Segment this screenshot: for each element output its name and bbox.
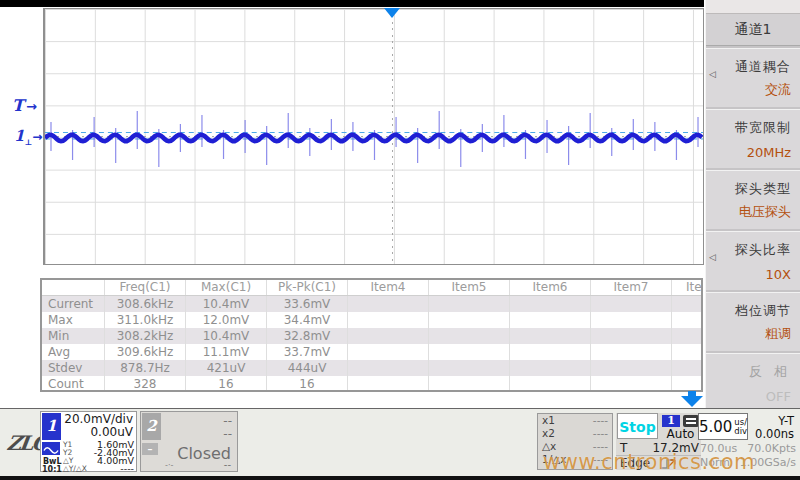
measurement-value-cell: 308.2kHz bbox=[105, 328, 186, 344]
trigger-level-marker[interactable]: T→ bbox=[12, 96, 37, 115]
measurement-row-min: Min308.2kHz10.4mV32.8mV bbox=[42, 328, 701, 344]
measurement-value-cell bbox=[510, 344, 591, 360]
probe-ratio-indicator: 10:1 bbox=[42, 465, 62, 474]
sidebar-item-value: 粗调 bbox=[765, 325, 791, 343]
measurement-row-label: Count bbox=[42, 376, 105, 392]
sidebar-item-coupling[interactable]: ◁ 通道耦合 交流 bbox=[706, 48, 800, 107]
cursor-label: △Y/△X bbox=[63, 465, 87, 473]
cursor-label: x2 bbox=[542, 427, 555, 440]
trigger-coupling-icon bbox=[683, 415, 699, 427]
measurement-value-cell: 878.7Hz bbox=[105, 360, 186, 376]
measurement-column-header: Pk-Pk(C1) bbox=[267, 280, 348, 295]
measurement-value-cell bbox=[429, 296, 510, 312]
measurement-value-cell bbox=[348, 312, 429, 328]
channel2-misc-left: -·- bbox=[165, 461, 173, 470]
channel2-scale: -- bbox=[223, 414, 232, 428]
ground-symbol-icon: ⊥ bbox=[24, 137, 32, 147]
waveform-ripple bbox=[45, 135, 702, 141]
sidebar-item-label: 探头类型 bbox=[735, 180, 791, 198]
measurement-value-cell bbox=[348, 344, 429, 360]
measurement-column-header: Item7 bbox=[591, 280, 672, 295]
measurement-value-cell bbox=[591, 328, 672, 344]
channel1-arrow-icon: → bbox=[32, 130, 42, 144]
measurement-value-cell: 311.0kHz bbox=[105, 312, 186, 328]
trigger-source-badge: 1 bbox=[662, 415, 680, 427]
measurement-row-max: Max311.0kHz12.0mV34.4mV bbox=[42, 312, 701, 328]
channel2-offset: -- bbox=[223, 427, 232, 441]
measurement-value-cell bbox=[591, 376, 672, 392]
measurement-value-cell: 10.4mV bbox=[186, 328, 267, 344]
measurement-value-cell bbox=[672, 328, 703, 344]
run-state-indicator[interactable]: Stop bbox=[617, 413, 658, 439]
measurement-column-header: Item5 bbox=[429, 280, 510, 295]
trigger-level-label: T bbox=[12, 96, 24, 115]
sidebar-item-invert: 反 相 OFF bbox=[706, 353, 800, 412]
measurement-value-cell bbox=[591, 296, 672, 312]
measurement-table: Freq(C1)Max(C1)Pk-Pk(C1)Item4Item5Item6I… bbox=[40, 278, 703, 392]
measurement-value-cell: 16 bbox=[267, 376, 348, 392]
measurement-value-cell bbox=[429, 344, 510, 360]
measurement-column-header: Freq(C1) bbox=[105, 280, 186, 295]
sidebar-item-label: 探头比率 bbox=[735, 241, 791, 259]
measurement-value-cell bbox=[672, 376, 703, 392]
waveform-display bbox=[43, 8, 704, 265]
cursor-row: △Y/△X---- bbox=[63, 465, 134, 473]
measurement-column-header: Item4 bbox=[348, 280, 429, 295]
channel1-status-box[interactable]: 1 20.0mV/div 0.00uV BwL 10:1 Y11.60mV Y2… bbox=[40, 411, 137, 472]
channel2-coupling-icon: – bbox=[142, 443, 158, 455]
sidebar-channel-menu: 通道1 ◁ 通道耦合 交流 带宽限制 20MHz 探头类型 电压探头 ◁ 探头比… bbox=[705, 0, 800, 408]
measurement-value-cell: 308.6kHz bbox=[105, 296, 186, 312]
measurement-value-cell: 12.0mV bbox=[186, 312, 267, 328]
measurement-value-cell bbox=[429, 376, 510, 392]
sidebar-item-bandwidth-limit[interactable]: 带宽限制 20MHz bbox=[706, 109, 800, 168]
trigger-position-marker-icon[interactable] bbox=[384, 8, 400, 18]
measurement-value-cell: 34.4mV bbox=[267, 312, 348, 328]
measurement-value-cell bbox=[591, 344, 672, 360]
trigger-arrow-icon: → bbox=[26, 99, 37, 114]
chevron-left-icon: ◁ bbox=[709, 69, 716, 79]
sidebar-item-value: 交流 bbox=[765, 81, 791, 99]
menu-down-arrow-button[interactable] bbox=[681, 391, 703, 407]
cursor-label: x1 bbox=[542, 414, 555, 427]
measurement-value-cell bbox=[591, 312, 672, 328]
cursor-row: x1---- bbox=[538, 414, 612, 427]
measurement-value-cell bbox=[510, 376, 591, 392]
channel1-ground-marker[interactable]: 1⊥→ bbox=[14, 127, 42, 147]
measurement-value-cell bbox=[348, 328, 429, 344]
display-mode: Y-T bbox=[778, 414, 794, 428]
measurement-row-label: Min bbox=[42, 328, 105, 344]
cursor-row: x2---- bbox=[538, 427, 612, 440]
channel1-badge: 1 bbox=[42, 413, 61, 440]
measurement-column-header: Item8 bbox=[672, 280, 703, 295]
measurement-value-cell bbox=[429, 312, 510, 328]
measurement-value-cell bbox=[510, 296, 591, 312]
measurement-row-label: Current bbox=[42, 296, 105, 312]
trigger-mode: Auto bbox=[661, 427, 700, 441]
channel2-status-box[interactable]: 2 -- -- – Closed -·- -- bbox=[140, 411, 238, 472]
cursor-value: ---- bbox=[120, 465, 134, 473]
cursor-value: ---- bbox=[593, 414, 608, 427]
timebase-unit-bottom: div bbox=[734, 426, 747, 436]
measurement-row-label: Stdev bbox=[42, 360, 105, 376]
sidebar-item-label: 反 相 bbox=[749, 363, 791, 381]
measurement-value-cell bbox=[672, 360, 703, 376]
channel2-badge: 2 bbox=[142, 413, 161, 440]
oscilloscope-screen: T→ 1⊥→ Freq(C1)Max(C1)Pk-Pk(C1)Item4Item… bbox=[0, 0, 800, 480]
sidebar-item-probe-ratio[interactable]: ◁ 探头比率 10X bbox=[706, 231, 800, 290]
measurement-corner-cell bbox=[42, 280, 105, 295]
measurement-value-cell bbox=[348, 296, 429, 312]
measurement-value-cell bbox=[429, 360, 510, 376]
measurement-value-cell bbox=[429, 328, 510, 344]
y-cursor-readouts: Y11.60mV Y2-2.40mV △Y4.00mV △Y/△X---- bbox=[63, 441, 134, 473]
measurement-value-cell bbox=[672, 296, 703, 312]
measurement-row-avg: Avg309.6kHz11.1mV33.7mV bbox=[42, 344, 701, 360]
sidebar-item-gear-adjust[interactable]: 档位调节 粗调 bbox=[706, 292, 800, 351]
measurement-value-cell bbox=[348, 360, 429, 376]
sidebar-item-probe-type[interactable]: 探头类型 电压探头 bbox=[706, 170, 800, 229]
measurement-value-cell: 10.4mV bbox=[186, 296, 267, 312]
measurement-value-cell: 32.8mV bbox=[267, 328, 348, 344]
measurement-row-label: Avg bbox=[42, 344, 105, 360]
measurement-value-cell: 309.6kHz bbox=[105, 344, 186, 360]
chevron-left-icon: ◁ bbox=[709, 252, 716, 262]
measurement-value-cell: 33.6mV bbox=[267, 296, 348, 312]
